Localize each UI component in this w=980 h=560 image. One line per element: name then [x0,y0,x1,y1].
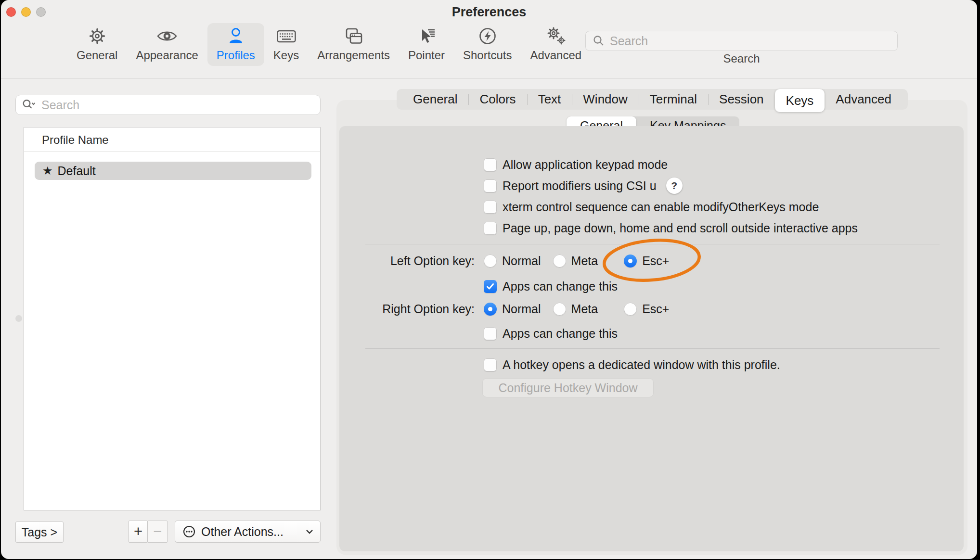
other-actions-label: Other Actions... [201,525,301,539]
profile-tab-bar: General Colors Text Window Terminal Sess… [397,89,908,110]
header-divider [24,151,320,152]
checkbox-label: Apps can change this [503,327,618,341]
toolbar-item-keys[interactable]: Keys [264,23,308,66]
toolbar-item-label: Arrangements [317,49,390,62]
tags-button[interactable]: Tags > [15,522,64,543]
profile-search-field[interactable] [15,95,321,115]
radio-esc[interactable] [624,303,637,316]
apps-can-change-row[interactable]: Apps can change this [484,278,618,295]
toolbar-item-label: Profiles [217,49,255,62]
toolbar-item-label: Appearance [136,49,198,62]
toolbar-item-label: Advanced [530,49,581,62]
checkbox-row[interactable]: Report modifiers using CSI u ? [484,177,683,194]
toolbar-separator [1,78,977,79]
toolbar-search-caption: Search [585,52,898,65]
tab-colors[interactable]: Colors [468,89,527,110]
keyboard-icon [275,25,297,47]
checkbox-label: Page up, page down, home and end scroll … [503,221,858,235]
tab-text[interactable]: Text [527,89,572,110]
toolbar-item-profiles[interactable]: Profiles [207,23,264,66]
checkbox[interactable] [484,201,497,214]
hotkey-row[interactable]: A hotkey opens a dedicated window with t… [484,356,780,373]
left-option-radio-group: Normal Meta Esc+ [484,252,669,269]
toolbar-item-label: General [77,49,117,62]
profile-name: Default [58,164,96,178]
window-title: Preferences [1,5,977,20]
checkbox-label: xterm control sequence can enable modify… [503,200,819,214]
radio-meta[interactable] [553,303,566,316]
profile-row-default[interactable]: ★ Default [35,162,311,180]
checkbox-row[interactable]: Allow application keypad mode [484,156,668,173]
ellipsis-circle-icon [182,524,196,539]
toolbar-item-label: Keys [273,49,299,62]
star-icon: ★ [42,164,53,178]
toolbar-item-label: Pointer [408,49,445,62]
tab-advanced[interactable]: Advanced [825,89,903,110]
radio-label: Meta [571,302,598,316]
windows-icon [343,25,365,47]
chevron-down-icon [306,529,313,534]
checkbox-row[interactable]: Page up, page down, home and end scroll … [484,219,858,237]
profile-list-header: Profile Name [42,133,109,147]
toolbar-item-appearance[interactable]: Appearance [127,23,207,66]
tab-session[interactable]: Session [708,89,775,110]
section-divider [365,244,940,244]
checkbox[interactable] [484,327,497,340]
radio-esc[interactable] [624,255,637,267]
eye-icon [156,25,178,47]
radio-label: Normal [502,302,541,316]
keys-general-panel: Allow application keypad mode Report mod… [339,126,964,551]
help-button[interactable]: ? [666,178,683,194]
checkbox-checked[interactable] [484,280,497,293]
tab-keys[interactable]: Keys [775,89,825,112]
preferences-window: Preferences General [1,0,977,559]
toolbar-item-general[interactable]: General [67,23,127,66]
checkbox-label: A hotkey opens a dedicated window with t… [503,358,780,372]
toolbar-item-arrangements[interactable]: Arrangements [308,23,399,66]
gear-icon [86,25,108,47]
add-profile-button[interactable]: + [129,521,148,543]
person-icon [225,25,247,47]
lightning-icon [477,25,499,47]
profile-list: Profile Name ★ Default [24,127,321,510]
other-actions-dropdown[interactable]: Other Actions... [175,521,321,543]
configure-hotkey-window-button[interactable]: Configure Hotkey Window [482,378,654,397]
preferences-toolbar: General Appearance Profiles [67,23,591,66]
left-option-key-label: Left Option key: [339,254,475,268]
remove-profile-button[interactable]: − [147,521,168,543]
tab-general[interactable]: General [402,89,469,110]
cursor-icon [415,25,438,47]
radio-normal[interactable] [484,255,497,267]
radio-label: Esc+ [642,302,669,316]
checkbox-label: Report modifiers using CSI u [503,179,657,193]
apps-can-change-row[interactable]: Apps can change this [484,325,618,342]
radio-meta[interactable] [553,255,566,267]
radio-label: Meta [571,254,598,268]
gears-icon [545,25,567,47]
profile-search-input[interactable] [40,98,320,113]
splitter-handle[interactable] [15,315,22,322]
checkbox-label: Allow application keypad mode [503,158,668,172]
checkbox[interactable] [484,179,497,192]
tab-terminal[interactable]: Terminal [639,89,708,110]
checkbox-row[interactable]: xterm control sequence can enable modify… [484,198,819,216]
radio-label: Normal [502,254,541,268]
section-divider [365,348,940,349]
checkbox-label: Apps can change this [503,280,618,293]
right-option-radio-group: Normal Meta Esc+ [484,300,669,318]
toolbar-item-shortcuts[interactable]: Shortcuts [454,23,521,66]
toolbar-item-label: Shortcuts [463,49,512,62]
checkbox[interactable] [484,222,497,235]
radio-normal[interactable] [484,303,497,316]
search-icon [593,35,605,47]
radio-label: Esc+ [642,254,669,268]
toolbar-item-pointer[interactable]: Pointer [399,23,454,66]
checkbox[interactable] [484,158,497,171]
search-scope-icon [22,99,37,111]
right-option-key-label: Right Option key: [339,302,475,316]
checkbox[interactable] [484,358,497,371]
toolbar-search-field[interactable] [585,31,898,51]
toolbar-search-input[interactable] [609,34,897,49]
toolbar-item-advanced[interactable]: Advanced [521,23,591,66]
tab-window[interactable]: Window [572,89,638,110]
